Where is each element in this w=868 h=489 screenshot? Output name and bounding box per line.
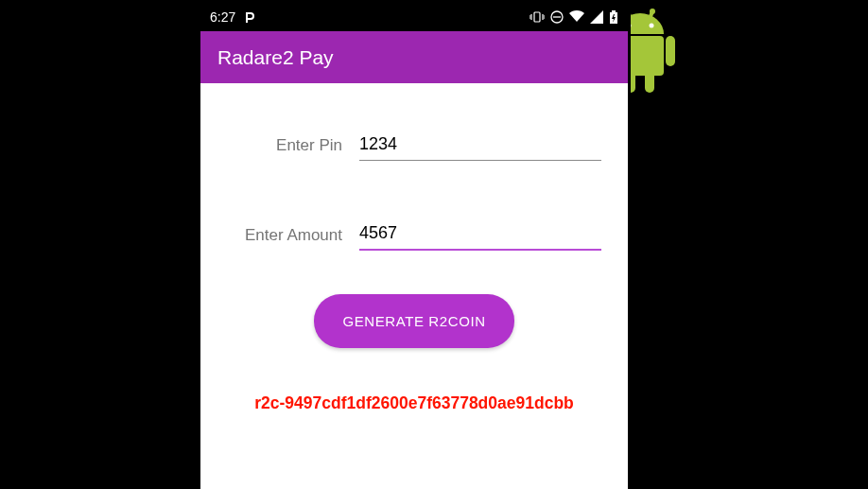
status-bar: 6:27 — [200, 3, 628, 31]
vibrate-icon — [529, 10, 545, 24]
battery-icon — [609, 10, 618, 24]
pin-row: Enter Pin — [227, 131, 601, 161]
wifi-icon — [569, 10, 584, 24]
pill-icon — [243, 10, 256, 24]
result-text: r2c-9497cdf1df2600e7f63778d0ae91dcbb — [227, 393, 601, 413]
svg-rect-14 — [612, 10, 616, 12]
dnd-icon — [550, 10, 564, 24]
main-content: Enter Pin Enter Amount GENERATE R2COIN r… — [200, 83, 628, 413]
svg-point-5 — [650, 24, 654, 28]
app-bar: Radare2 Pay — [200, 31, 628, 83]
status-time: 6:27 — [210, 9, 235, 25]
svg-rect-8 — [666, 36, 675, 66]
pin-input[interactable] — [359, 131, 601, 161]
amount-row: Enter Amount — [227, 219, 601, 251]
amount-input[interactable] — [359, 219, 601, 251]
svg-rect-11 — [534, 12, 540, 22]
generate-r2coin-button[interactable]: GENERATE R2COIN — [314, 294, 513, 348]
amount-label: Enter Amount — [227, 226, 359, 245]
signal-icon — [590, 10, 603, 24]
app-title: Radare2 Pay — [217, 46, 334, 69]
svg-rect-10 — [645, 70, 654, 93]
phone-frame: 6:27 Radare2 Pay — [198, 0, 631, 489]
pin-label: Enter Pin — [227, 136, 359, 155]
